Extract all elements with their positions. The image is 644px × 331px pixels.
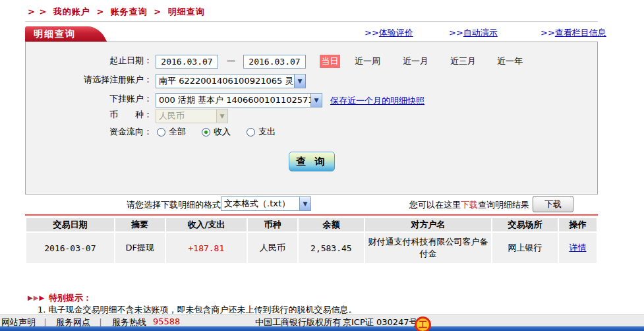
cell-summary: DF提现 [115,233,165,263]
sub-account-select[interactable]: 000 活期 基本户 1406600101102571848 ▼ [156,93,322,107]
chevron-down-icon[interactable]: ▼ [294,75,305,88]
download-format-select[interactable]: 文本格式（.txt） ▼ [221,196,311,211]
download-hint: 您可以在这里下载查询明细结果 [409,199,529,211]
cell-currency: 人民币 [248,233,297,263]
save-snapshot-link[interactable]: 保存近一个月的明细快照 [330,95,424,107]
breadcrumb-separator: > [154,7,161,16]
col-header-action: 操作 [559,218,597,231]
currency-value: 人民币 [156,110,216,122]
quick-range-month-button[interactable]: 近一月 [403,55,428,67]
cell-counterparty: 财付通支付科技有限公司客户备付金 [365,233,491,263]
query-button[interactable]: 查 询 [289,152,335,171]
fund-flow-radio-group: 全部 收入 支出 [157,126,291,138]
chevron-down-icon[interactable]: ▼ [310,94,322,107]
col-header-balance: 余额 [299,218,364,231]
chevron-down-icon[interactable]: ▼ [299,197,310,210]
chevron-down-icon: ▼ [216,109,227,123]
sub-account-label: 下挂账户： [26,93,152,105]
link-arrow-prefix: >> [449,28,463,38]
register-account-label: 请选择注册账户： [26,74,152,86]
cell-date: 2016-03-07 [26,233,114,263]
table-row: 2016-03-07 DF提现 +187.81 人民币 2,583.45 财付通… [26,233,597,263]
radio-flow-all[interactable]: 全部 [157,126,186,138]
breadcrumb-separator: > [96,7,104,16]
link-arrow-prefix: >> [541,28,555,38]
quick-range-year-button[interactable]: 近一年 [497,55,523,67]
detail-link[interactable]: 详情 [569,243,586,253]
download-hint-highlight: 下载 [461,200,478,210]
radio-flow-expense[interactable]: 支出 [247,126,276,138]
quick-range-quarter-button[interactable]: 近三月 [450,55,476,67]
cell-amount: +187.81 [166,233,247,263]
download-format-label: 请您选择下载明细的格式 [127,199,221,211]
date-to-input[interactable] [243,55,306,69]
col-header-currency: 币种 [248,218,297,231]
cell-action: 详情 [559,233,597,263]
special-note-title: 特别提示： [49,292,92,304]
date-range-label: 起止日期： [26,55,152,67]
col-header-date: 交易日期 [26,218,114,231]
download-hint-prefix: 您可以在这里 [409,200,461,210]
col-header-channel: 交易场所 [492,218,558,231]
triple-arrow-icon: ▶▶▶ [28,294,45,301]
date-range-dash: — [227,55,235,65]
quick-range-week-button[interactable]: 近一周 [355,55,380,67]
table-top-divider [25,214,598,216]
download-button[interactable]: 下载 [533,196,573,212]
query-form-panel: 起止日期： — 当日 近一周 近一月 近三月 近一年 请选择注册账户： 南平 6… [25,42,598,195]
link-auto-demo[interactable]: >>自动演示 [449,27,498,39]
radio-flow-expense-label: 支出 [258,126,276,138]
link-experience-rating[interactable]: >>体验评价 [365,27,413,39]
radio-selected-icon[interactable] [202,128,210,136]
fund-flow-label: 资金流向： [26,126,152,138]
register-account-value: 南平 6222001406100921065 灵通卡 [156,75,294,87]
breadcrumb-item-detail-query[interactable]: 明细查询 [168,7,205,16]
security-badge-icon: 工 [415,316,431,331]
footer-hotline-number: 95588 [153,316,180,326]
download-format-value: 文本格式（.txt） [221,198,299,210]
radio-flow-all-label: 全部 [169,126,186,138]
cell-balance: 2,583.45 [299,233,364,263]
sub-account-value: 000 活期 基本户 1406600101102571848 [156,94,310,106]
currency-label: 币 种： [26,109,152,121]
breadcrumb: > > 我的账户 > 账务查询 > 明细查询 [28,6,208,18]
breadcrumb-prefix-icon: > > [28,7,47,16]
download-hint-suffix: 查询明细结果 [478,200,529,210]
cell-channel: 网上银行 [492,233,558,263]
breadcrumb-divider [25,21,598,22]
col-header-counterparty: 对方户名 [365,218,491,231]
date-from-input[interactable] [156,55,218,69]
table-header-row: 交易日期 摘要 收入/支出 币种 余额 对方户名 交易场所 操作 [26,218,597,231]
link-view-column-info[interactable]: >>查看栏目信息 [541,27,606,39]
radio-flow-income-label: 收入 [214,126,231,138]
detail-query-page: > > 我的账户 > 账务查询 > 明细查询 明细查询 >>体验评价 >>自动演… [0,0,644,331]
radio-flow-income[interactable]: 收入 [202,126,231,138]
col-header-amount: 收入/支出 [166,218,247,231]
footer-bar: 网站声明 ｜ 服务网点 ｜ 服务热线 95588 中国工商银行版权所有 京ICP… [0,315,644,326]
col-header-summary: 摘要 [115,218,165,231]
currency-select-disabled: 人民币 ▼ [156,109,228,123]
quick-range-today-button[interactable]: 当日 [320,55,340,68]
radio-icon[interactable] [157,128,165,136]
tab-detail-query: 明细查询 [25,26,94,42]
link-arrow-prefix: >> [365,28,379,38]
transaction-table: 交易日期 摘要 收入/支出 币种 余额 对方户名 交易场所 操作 2016-03… [25,217,598,264]
breadcrumb-item-my-account[interactable]: 我的账户 [53,7,90,16]
radio-icon[interactable] [247,128,255,136]
register-account-select[interactable]: 南平 6222001406100921065 灵通卡 ▼ [156,74,306,88]
breadcrumb-item-account-query[interactable]: 账务查询 [111,7,148,16]
bottom-blue-bar [0,326,644,331]
